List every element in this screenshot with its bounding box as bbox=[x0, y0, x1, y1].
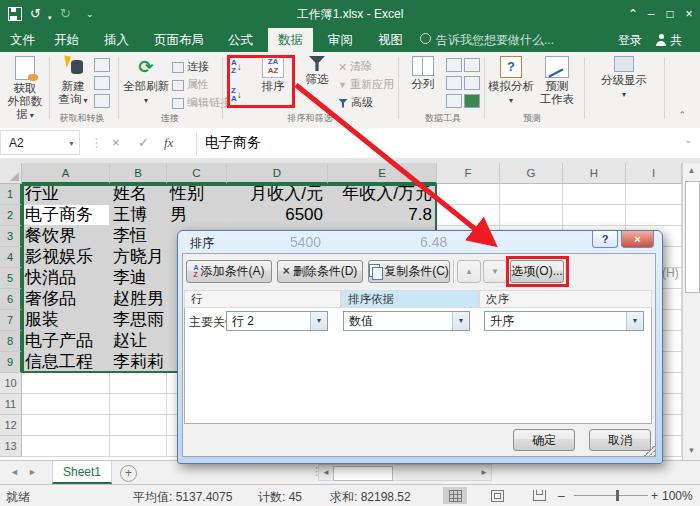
select-all-corner[interactable] bbox=[0, 163, 22, 184]
cell-B8[interactable]: 赵让 bbox=[110, 331, 167, 352]
close-button[interactable]: × bbox=[678, 0, 700, 28]
row-header-10[interactable]: 10 bbox=[0, 373, 22, 394]
column-header-B[interactable]: B bbox=[110, 163, 167, 184]
row-header-12[interactable]: 12 bbox=[0, 415, 22, 436]
cell-B6[interactable]: 赵胜男 bbox=[110, 289, 167, 310]
row-header-4[interactable]: 4 bbox=[0, 247, 22, 268]
tab-insert[interactable]: 插入 bbox=[94, 28, 139, 52]
scroll-up-icon[interactable]: ▲ bbox=[683, 163, 700, 179]
primary-key-combo[interactable]: 行 2▼ bbox=[226, 311, 328, 331]
dialog-help-button[interactable]: ? bbox=[592, 231, 618, 248]
cell-H1[interactable] bbox=[563, 184, 626, 205]
tab-data[interactable]: 数据 bbox=[268, 28, 313, 52]
consolidate-icon[interactable] bbox=[464, 58, 480, 72]
cancel-button[interactable]: 取消 bbox=[589, 429, 651, 451]
column-header-H[interactable]: H bbox=[563, 163, 626, 184]
normal-view-button[interactable] bbox=[443, 487, 467, 504]
column-header-C[interactable]: C bbox=[167, 163, 227, 184]
cell-D1[interactable]: 月收入/元 bbox=[227, 184, 328, 205]
horizontal-scrollbar[interactable]: ◄ ► bbox=[318, 464, 492, 481]
tab-file[interactable]: 文件 bbox=[0, 28, 45, 52]
options-button[interactable]: 选项(O)... bbox=[510, 260, 564, 283]
cell-A10[interactable] bbox=[22, 373, 110, 394]
dialog-close-button[interactable]: × bbox=[621, 231, 654, 248]
move-down-button[interactable]: ▼ bbox=[483, 260, 507, 283]
cell-B2[interactable]: 王博 bbox=[110, 205, 167, 226]
row-header-9[interactable]: 9 bbox=[0, 352, 22, 373]
cell-H2[interactable] bbox=[563, 205, 626, 226]
cell-A2[interactable]: 电子商务 bbox=[22, 205, 110, 226]
page-layout-view-button[interactable] bbox=[485, 487, 509, 504]
next-sheet-icon[interactable]: ► bbox=[28, 467, 37, 477]
zoom-slider[interactable] bbox=[574, 495, 648, 496]
zoom-out-button[interactable]: – bbox=[558, 489, 565, 503]
insert-function-icon[interactable]: fx bbox=[164, 135, 173, 151]
sort-ascending-button[interactable]: AZ↓ bbox=[231, 58, 242, 74]
column-header-D[interactable]: D bbox=[227, 163, 328, 184]
scroll-left-icon[interactable]: ◄ bbox=[322, 468, 330, 477]
order-combo[interactable]: 升序▼ bbox=[484, 311, 644, 331]
combo-dropdown-icon[interactable]: ▼ bbox=[452, 312, 469, 330]
column-header-F[interactable]: F bbox=[437, 163, 500, 184]
column-header-E[interactable]: E bbox=[328, 163, 437, 184]
cell-A3[interactable]: 餐饮界 bbox=[22, 226, 110, 247]
cell-F2[interactable] bbox=[437, 205, 500, 226]
cell-F1[interactable] bbox=[437, 184, 500, 205]
cell-B12[interactable] bbox=[110, 415, 167, 436]
tab-page-layout[interactable]: 页面布局 bbox=[144, 28, 214, 52]
connections-button[interactable]: 连接 bbox=[172, 58, 209, 74]
add-level-button[interactable]: AZ添加条件(A) bbox=[186, 260, 272, 283]
copy-level-button[interactable]: 复制条件(C) bbox=[368, 260, 450, 283]
row-header-2[interactable]: 2 bbox=[0, 205, 22, 226]
text-to-columns-button[interactable]: 分列 bbox=[405, 56, 441, 91]
move-up-button[interactable]: ▲ bbox=[457, 260, 481, 283]
column-header-G[interactable]: G bbox=[500, 163, 563, 184]
name-box-dropdown-icon[interactable]: ▼ bbox=[68, 140, 75, 147]
cancel-entry-icon[interactable]: × bbox=[112, 135, 120, 150]
prev-sheet-icon[interactable]: ◄ bbox=[10, 467, 19, 477]
cell-B9[interactable]: 李莉莉 bbox=[110, 352, 167, 373]
cell-A12[interactable] bbox=[22, 415, 110, 436]
tab-formulas[interactable]: 公式 bbox=[218, 28, 263, 52]
cell-A6[interactable]: 奢侈品 bbox=[22, 289, 110, 310]
cell-A11[interactable] bbox=[22, 394, 110, 415]
tab-home[interactable]: 开始 bbox=[44, 28, 89, 52]
row-header-3[interactable]: 3 bbox=[0, 226, 22, 247]
cell-I1[interactable] bbox=[626, 184, 682, 205]
manage-data-model-icon[interactable] bbox=[464, 94, 480, 108]
ok-button[interactable]: 确定 bbox=[513, 429, 575, 451]
refresh-all-button[interactable]: ⟳ 全部刷新▾ bbox=[123, 56, 169, 107]
data-validation-icon[interactable] bbox=[446, 94, 462, 108]
cell-A9[interactable]: 信息工程 bbox=[22, 352, 110, 373]
cell-I2[interactable] bbox=[626, 205, 682, 226]
tab-review[interactable]: 审阅 bbox=[318, 28, 363, 52]
cell-A1[interactable]: 行业 bbox=[22, 184, 110, 205]
reapply-button[interactable]: ▼重新应用 bbox=[338, 76, 394, 92]
cell-C1[interactable]: 性别 bbox=[167, 184, 227, 205]
from-file-icon[interactable] bbox=[94, 94, 110, 108]
zoom-in-button[interactable]: + bbox=[651, 489, 658, 503]
sort-on-combo[interactable]: 数值▼ bbox=[343, 311, 470, 331]
cell-A4[interactable]: 影视娱乐 bbox=[22, 247, 110, 268]
cell-B7[interactable]: 李思雨 bbox=[110, 310, 167, 331]
cell-B1[interactable]: 姓名 bbox=[110, 184, 167, 205]
resize-grip[interactable] bbox=[644, 444, 656, 456]
expand-formula-bar-icon[interactable]: ⌄ bbox=[684, 135, 692, 145]
cell-B5[interactable]: 李迪 bbox=[110, 268, 167, 289]
row-header-1[interactable]: 1 bbox=[0, 184, 22, 205]
combo-dropdown-icon[interactable]: ▼ bbox=[626, 312, 643, 330]
horizontal-scroll-thumb[interactable] bbox=[333, 466, 393, 481]
new-sheet-button[interactable]: + bbox=[120, 465, 137, 482]
share-button[interactable]: 共享 bbox=[646, 28, 700, 52]
filter-button[interactable]: 筛选 bbox=[300, 56, 334, 86]
cell-A5[interactable]: 快消品 bbox=[22, 268, 110, 289]
cell-B13[interactable] bbox=[110, 436, 167, 457]
vertical-scroll-thumb[interactable] bbox=[685, 181, 700, 293]
relationships-icon[interactable] bbox=[464, 76, 480, 90]
row-header-5[interactable]: 5 bbox=[0, 268, 22, 289]
row-header-8[interactable]: 8 bbox=[0, 331, 22, 352]
zoom-level[interactable]: 100% bbox=[662, 489, 693, 503]
row-header-7[interactable]: 7 bbox=[0, 310, 22, 331]
new-query-button[interactable]: 新建查询 ▾ bbox=[54, 56, 92, 107]
scroll-right-icon[interactable]: ► bbox=[480, 468, 488, 477]
